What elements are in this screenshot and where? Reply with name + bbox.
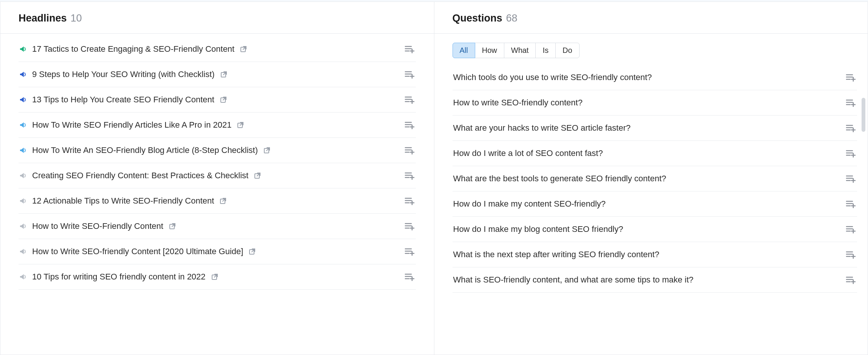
megaphone-icon bbox=[19, 147, 27, 154]
question-row: Which tools do you use to write SEO-frie… bbox=[453, 65, 857, 90]
external-link-icon[interactable] bbox=[220, 96, 227, 103]
headlines-count: 10 bbox=[71, 12, 82, 24]
add-to-list-icon[interactable] bbox=[846, 200, 856, 208]
add-to-list-icon[interactable] bbox=[405, 222, 415, 230]
question-row: How do I write a lot of SEO content fast… bbox=[453, 141, 857, 166]
headlines-panel: Headlines 10 17 Tactics to Create Engagi… bbox=[0, 2, 434, 355]
external-link-icon[interactable] bbox=[211, 273, 219, 281]
external-link-icon[interactable] bbox=[219, 197, 227, 205]
headline-text: 12 Actionable Tips to Write SEO-Friendly… bbox=[32, 196, 214, 206]
question-row: What is the next step after writing SEO … bbox=[453, 242, 857, 267]
add-to-list-icon[interactable] bbox=[405, 171, 415, 180]
questions-title: Questions bbox=[453, 12, 502, 24]
add-to-list-icon[interactable] bbox=[405, 197, 415, 205]
question-row: How to write SEO-friendly content? bbox=[453, 90, 857, 116]
headline-text: 9 Steps to Help Your SEO Writing (with C… bbox=[32, 69, 215, 79]
question-row: What are the best tools to generate SEO … bbox=[453, 166, 857, 191]
megaphone-icon bbox=[19, 172, 27, 179]
megaphone-icon bbox=[19, 197, 27, 205]
headline-row: 17 Tactics to Create Engaging & SEO-Frie… bbox=[19, 34, 416, 62]
headline-row: 9 Steps to Help Your SEO Writing (with C… bbox=[19, 62, 416, 87]
question-filters: AllHowWhatIsDo bbox=[453, 43, 580, 58]
filter-all[interactable]: All bbox=[453, 43, 475, 58]
headline-row: Creating SEO Friendly Content: Best Prac… bbox=[19, 163, 416, 188]
question-text: What are your hacks to write SEO article… bbox=[453, 123, 841, 133]
headlines-list: 17 Tactics to Create Engaging & SEO-Frie… bbox=[0, 34, 434, 355]
questions-panel: Questions 68 AllHowWhatIsDo Which tools … bbox=[434, 2, 868, 355]
headline-text: 17 Tactics to Create Engaging & SEO-Frie… bbox=[32, 44, 234, 54]
question-row: What is SEO-friendly content, and what a… bbox=[453, 267, 857, 293]
headline-text: How to Write SEO-Friendly Content bbox=[32, 221, 163, 231]
filter-do[interactable]: Do bbox=[555, 43, 580, 58]
external-link-icon[interactable] bbox=[240, 45, 247, 53]
main-container: Headlines 10 17 Tactics to Create Engagi… bbox=[0, 0, 868, 355]
question-text: How do I write a lot of SEO content fast… bbox=[453, 148, 841, 158]
external-link-icon[interactable] bbox=[237, 121, 244, 129]
add-to-list-icon[interactable] bbox=[846, 276, 856, 284]
megaphone-icon bbox=[19, 96, 27, 103]
scrollbar-thumb[interactable] bbox=[862, 98, 865, 132]
headlines-title: Headlines bbox=[19, 12, 67, 24]
external-link-icon[interactable] bbox=[220, 71, 228, 78]
questions-count: 68 bbox=[506, 12, 518, 24]
add-to-list-icon[interactable] bbox=[405, 121, 415, 129]
headline-row: How to Write SEO-Friendly Content bbox=[19, 214, 416, 239]
question-text: What are the best tools to generate SEO … bbox=[453, 174, 841, 184]
headline-row: How to Write SEO-friendly Content [2020 … bbox=[19, 239, 416, 264]
megaphone-icon bbox=[19, 222, 27, 230]
question-row: How do I make my blog content SEO friend… bbox=[453, 217, 857, 242]
filter-what[interactable]: What bbox=[504, 43, 536, 58]
question-text: How do I make my content SEO-friendly? bbox=[453, 199, 841, 209]
headline-row: 13 Tips to Help You Create SEO Friendly … bbox=[19, 87, 416, 113]
question-row: How do I make my content SEO-friendly? bbox=[453, 191, 857, 217]
questions-body: AllHowWhatIsDo Which tools do you use to… bbox=[434, 34, 868, 355]
megaphone-icon bbox=[19, 45, 27, 53]
question-text: How to write SEO-friendly content? bbox=[453, 98, 841, 108]
add-to-list-icon[interactable] bbox=[405, 273, 415, 281]
question-text: What is SEO-friendly content, and what a… bbox=[453, 275, 841, 285]
external-link-icon[interactable] bbox=[254, 172, 261, 179]
external-link-icon[interactable] bbox=[248, 248, 256, 255]
filter-how[interactable]: How bbox=[475, 43, 504, 58]
headline-row: How To Write SEO Friendly Articles Like … bbox=[19, 113, 416, 138]
add-to-list-icon[interactable] bbox=[846, 124, 856, 132]
add-to-list-icon[interactable] bbox=[846, 99, 856, 107]
add-to-list-icon[interactable] bbox=[846, 73, 856, 82]
add-to-list-icon[interactable] bbox=[405, 247, 415, 256]
questions-header: Questions 68 bbox=[434, 2, 868, 34]
headline-text: 13 Tips to Help You Create SEO Friendly … bbox=[32, 95, 214, 105]
filter-is[interactable]: Is bbox=[535, 43, 556, 58]
megaphone-icon bbox=[19, 121, 27, 129]
question-text: How do I make my blog content SEO friend… bbox=[453, 224, 841, 234]
headline-text: How To Write SEO Friendly Articles Like … bbox=[32, 120, 231, 130]
headline-row: 10 Tips for writing SEO friendly content… bbox=[19, 264, 416, 290]
megaphone-icon bbox=[19, 273, 27, 281]
add-to-list-icon[interactable] bbox=[405, 96, 415, 104]
add-to-list-icon[interactable] bbox=[846, 149, 856, 157]
headline-row: 12 Actionable Tips to Write SEO-Friendly… bbox=[19, 188, 416, 214]
headline-text: How To Write An SEO-Friendly Blog Articl… bbox=[32, 145, 258, 155]
external-link-icon[interactable] bbox=[169, 222, 176, 230]
add-to-list-icon[interactable] bbox=[846, 250, 856, 259]
questions-list: Which tools do you use to write SEO-frie… bbox=[453, 65, 857, 293]
add-to-list-icon[interactable] bbox=[846, 225, 856, 233]
question-row: What are your hacks to write SEO article… bbox=[453, 116, 857, 141]
megaphone-icon bbox=[19, 71, 27, 78]
add-to-list-icon[interactable] bbox=[405, 45, 415, 53]
headline-text: 10 Tips for writing SEO friendly content… bbox=[32, 272, 206, 282]
headlines-header: Headlines 10 bbox=[0, 2, 434, 34]
headline-row: How To Write An SEO-Friendly Blog Articl… bbox=[19, 138, 416, 163]
add-to-list-icon[interactable] bbox=[405, 70, 415, 79]
add-to-list-icon[interactable] bbox=[846, 174, 856, 183]
headline-text: How to Write SEO-friendly Content [2020 … bbox=[32, 247, 243, 256]
megaphone-icon bbox=[19, 248, 27, 255]
question-text: What is the next step after writing SEO … bbox=[453, 250, 841, 259]
add-to-list-icon[interactable] bbox=[405, 146, 415, 154]
question-text: Which tools do you use to write SEO-frie… bbox=[453, 73, 841, 82]
headline-text: Creating SEO Friendly Content: Best Prac… bbox=[32, 171, 248, 181]
external-link-icon[interactable] bbox=[263, 147, 271, 154]
